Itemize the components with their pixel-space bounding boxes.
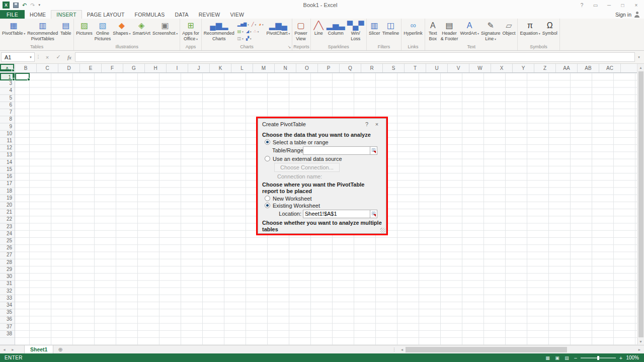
column-header-q[interactable]: Q <box>340 64 361 72</box>
ribbon-button-pictures[interactable]: ▨Pictures <box>75 19 94 44</box>
row-header-32[interactable]: 32 <box>0 288 15 295</box>
column-header-y[interactable]: Y <box>513 64 534 72</box>
column-header-d[interactable]: D <box>58 64 80 72</box>
table-range-input[interactable] <box>303 146 370 155</box>
dialog-help-icon[interactable]: ? <box>362 121 372 127</box>
row-header-5[interactable]: 5 <box>0 95 15 102</box>
ribbon-button-power-view[interactable]: ▢Power View <box>293 19 308 44</box>
dialog-close-icon[interactable]: × <box>372 121 382 127</box>
column-header-g[interactable]: G <box>123 64 145 72</box>
ribbon-button-text-box[interactable]: AText Box <box>426 19 440 44</box>
range-picker-icon[interactable] <box>370 146 377 155</box>
column-header-t[interactable]: T <box>405 64 426 72</box>
column-header-v[interactable]: V <box>448 64 469 72</box>
row-header-1[interactable]: 1 <box>0 73 15 80</box>
column-header-x[interactable]: X <box>491 64 513 72</box>
radio-existing-worksheet[interactable]: Existing Worksheet <box>262 202 382 209</box>
row-header-20[interactable]: 20 <box>0 202 15 209</box>
scroll-left-icon[interactable]: ◄ <box>398 348 406 351</box>
choose-connection-button[interactable]: Choose Connection... <box>274 163 340 172</box>
column-header-s[interactable]: S <box>383 64 405 72</box>
row-header-18[interactable]: 18 <box>0 188 15 195</box>
zoom-out-icon[interactable]: − <box>572 355 580 361</box>
row-header-38[interactable]: 38 <box>0 330 15 337</box>
undo-icon[interactable]: ↶ <box>22 2 27 8</box>
page-break-view-icon[interactable]: ▤ <box>562 355 572 360</box>
close-icon[interactable]: × <box>629 1 643 10</box>
ribbon-button-wordart[interactable]: AWordArt ▾ <box>459 19 480 44</box>
row-header-36[interactable]: 36 <box>0 316 15 323</box>
radio-select-table-range[interactable]: Select a table or range <box>262 139 382 145</box>
ribbon-tab-file[interactable]: FILE <box>0 10 25 19</box>
ribbon-button-slicer[interactable]: ▥Slicer <box>368 19 381 44</box>
column-header-k[interactable]: K <box>210 64 231 72</box>
ribbon-button-recommended-pivottables[interactable]: ▥Recommended PivotTables <box>26 19 59 44</box>
row-header-7[interactable]: 7 <box>0 109 15 116</box>
ribbon-button-apps-for-office[interactable]: ⊞Apps for Office ▾ <box>181 19 200 44</box>
ribbon-tab-insert[interactable]: INSERT <box>51 10 82 19</box>
ribbon-button-sparkline-winloss[interactable]: ▀▄▀Win/ Loss <box>346 19 365 44</box>
vertical-scrollbar[interactable]: ▲ ▼ <box>637 64 644 345</box>
row-header-13[interactable]: 13 <box>0 151 15 158</box>
radio-external-source[interactable]: Use an external data source <box>262 155 382 162</box>
insert-line-chart-button[interactable]: ╱▾ <box>251 21 257 28</box>
row-header-12[interactable]: 12 <box>0 144 15 151</box>
row-header-31[interactable]: 31 <box>0 280 15 287</box>
ribbon-button-equation[interactable]: πEquation ▾ <box>519 19 541 44</box>
sheet-nav-left-icon[interactable]: ◄ <box>0 348 9 351</box>
row-header-24[interactable]: 24 <box>0 230 15 237</box>
ribbon-button-object[interactable]: ▱Object <box>501 19 516 44</box>
column-header-z[interactable]: Z <box>534 64 556 72</box>
save-icon[interactable] <box>13 3 19 8</box>
row-header-27[interactable]: 27 <box>0 251 15 258</box>
row-header-23[interactable]: 23 <box>0 223 15 230</box>
column-header-j[interactable]: J <box>188 64 210 72</box>
sheet-nav-right-icon[interactable]: ► <box>9 348 17 351</box>
row-header-29[interactable]: 29 <box>0 266 15 273</box>
row-header-37[interactable]: 37 <box>0 323 15 330</box>
column-header-b[interactable]: B <box>15 64 37 72</box>
qat-customize-icon[interactable]: ▾ <box>38 3 40 7</box>
ribbon-tab-formulas[interactable]: FORMULAS <box>130 10 170 19</box>
name-box[interactable]: A1 <box>1 52 27 62</box>
redo-icon[interactable]: ↷ <box>30 2 35 8</box>
range-picker-icon[interactable] <box>370 210 377 218</box>
ribbon-button-screenshot[interactable]: ▣Screenshot ▾ <box>151 19 179 44</box>
sheet-tab-sheet1[interactable]: Sheet1 <box>24 345 53 353</box>
ribbon-button-timeline[interactable]: ◫Timeline <box>381 19 400 44</box>
sign-in-button[interactable]: Sign in <box>615 10 644 19</box>
tab-splitter-icon[interactable]: ⋮ <box>390 347 398 352</box>
column-header-f[interactable]: F <box>102 64 123 72</box>
insert-bar-chart-button[interactable]: ▤▾ <box>237 28 244 35</box>
column-header-ab[interactable]: AB <box>578 64 599 72</box>
column-header-o[interactable]: O <box>296 64 318 72</box>
row-header-11[interactable]: 11 <box>0 137 15 144</box>
zoom-slider-thumb[interactable] <box>597 356 599 360</box>
location-input[interactable] <box>303 210 370 218</box>
row-header-6[interactable]: 6 <box>0 102 15 109</box>
column-header-p[interactable]: P <box>318 64 340 72</box>
zoom-level[interactable]: 100% <box>625 355 644 360</box>
ribbon-tab-home[interactable]: HOME <box>25 10 51 19</box>
insert-combo-chart-button[interactable]: ▞▾ <box>246 35 252 42</box>
ribbon-button-hyperlink[interactable]: ∞Hyperlink <box>403 19 424 44</box>
column-header-u[interactable]: U <box>426 64 448 72</box>
row-header-10[interactable]: 10 <box>0 130 15 137</box>
row-header-22[interactable]: 22 <box>0 216 15 223</box>
horizontal-scroll-track[interactable] <box>406 347 636 352</box>
ribbon-button-pivottable[interactable]: ▦PivotTable ▾ <box>1 19 26 44</box>
insert-pie-chart-button[interactable]: ◕▾ <box>258 21 264 28</box>
vertical-scroll-thumb[interactable] <box>638 71 643 337</box>
row-header-21[interactable]: 21 <box>0 209 15 216</box>
ribbon-button-pivotchart[interactable]: ▂▆▄PivotChart ▾ <box>265 19 291 44</box>
cancel-entry-icon[interactable]: × <box>42 54 53 60</box>
formula-input[interactable] <box>75 52 635 62</box>
ribbon-button-signature-line[interactable]: ✎Signature Line ▾ <box>480 19 502 44</box>
insert-function-icon[interactable]: fx <box>64 54 75 60</box>
zoom-slider[interactable] <box>581 357 616 358</box>
column-header-h[interactable]: H <box>145 64 167 72</box>
horizontal-scrollbar[interactable]: ◄ ► <box>398 346 643 353</box>
ribbon-tab-view[interactable]: VIEW <box>225 10 249 19</box>
column-header-m[interactable]: M <box>253 64 275 72</box>
ribbon-button-shapes[interactable]: ◆Shapes ▾ <box>112 19 131 44</box>
